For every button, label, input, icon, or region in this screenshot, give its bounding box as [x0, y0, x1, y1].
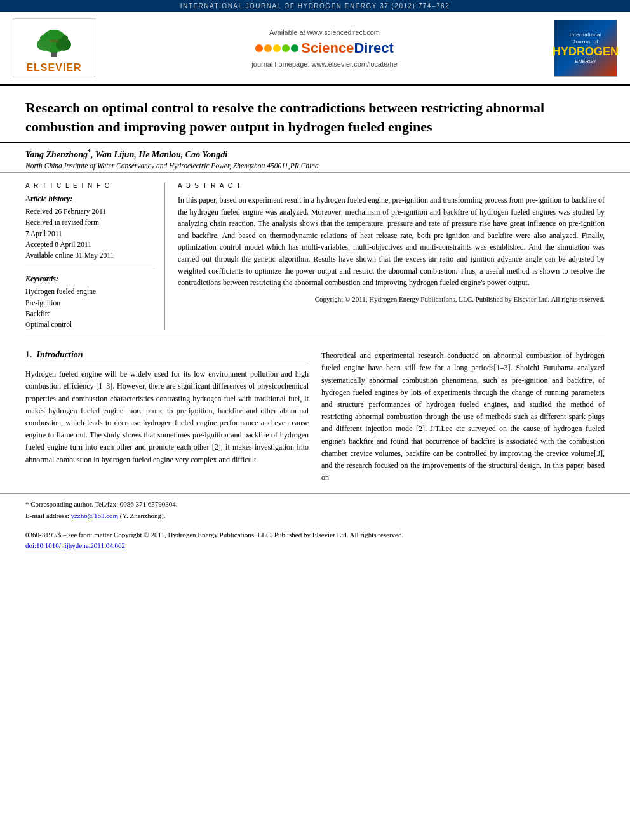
elsevier-logo: ELSEVIER [13, 18, 95, 77]
hydrogen-energy-logo: International Journal of HYDROGEN ENERGY [554, 20, 617, 77]
corresponding-label: * Corresponding author. Tel./fax: 0086 3… [25, 500, 177, 508]
main-right-column: Theoretical and experimental research co… [321, 350, 605, 484]
sd-dot-3 [273, 44, 281, 52]
issn-line: 0360-3199/$ – see front matter Copyright… [25, 530, 605, 541]
sd-dot-4 [282, 44, 290, 52]
sd-dot-2 [264, 44, 272, 52]
article-history-block: Article history: Received 26 February 20… [25, 194, 155, 261]
elsevier-tree-icon [25, 22, 83, 60]
footnote-section: * Corresponding author. Tel./fax: 0086 3… [0, 493, 630, 526]
sd-name-orange: Science [301, 40, 354, 56]
online-date: Available online 31 May 2011 [25, 250, 155, 261]
header-section: ELSEVIER Available at www.sciencedirect.… [0, 12, 630, 86]
right-logo-sub-text: ENERGY [575, 58, 596, 64]
revised-date: Received in revised form7 April 2011 [25, 217, 155, 239]
keyword-3: Backfire [25, 309, 155, 319]
authors-rest: , Wan Lijun, He Manlou, Cao Yongdi [91, 150, 227, 159]
article-info-abstract-section: A R T I C L E I N F O Article history: R… [0, 172, 630, 340]
journal-title-bar: INTERNATIONAL JOURNAL OF HYDROGEN ENERGY… [180, 3, 450, 10]
abstract-text: In this paper, based on experiment resul… [178, 194, 605, 289]
corresponding-author: * Corresponding author. Tel./fax: 0086 3… [25, 499, 605, 510]
right-logo-h-text: HYDROGEN [553, 45, 619, 58]
intro-right-body: Theoretical and experimental research co… [321, 350, 605, 484]
sciencedirect-logo: ScienceDirect [95, 40, 554, 57]
email-label: E-mail address: [25, 512, 69, 519]
abstract-column: A B S T R A C T In this paper, based on … [178, 182, 605, 330]
journal-homepage-text: journal homepage: www.elsevier.com/locat… [95, 60, 554, 68]
keyword-1: Hydrogen fueled engine [25, 286, 155, 297]
section-title: Introduction [37, 350, 83, 359]
keywords-block: Keywords: Hydrogen fueled engine Pre-ign… [25, 269, 155, 330]
svg-point-5 [40, 35, 46, 41]
svg-rect-4 [50, 40, 58, 42]
intro-left-body: Hydrogen fueled engine will be widely us… [25, 368, 309, 466]
accepted-date: Accepted 8 April 2011 [25, 239, 155, 250]
introduction-heading: 1. Introduction [25, 350, 309, 363]
history-label: Article history: [25, 194, 155, 204]
article-info-label: A R T I C L E I N F O [25, 182, 155, 189]
email-suffix: (Y. Zhenzhong). [120, 512, 166, 519]
sd-name-blue: Direct [354, 40, 393, 56]
svg-point-6 [62, 35, 68, 41]
email-line: E-mail address: yzzho@163.com (Y. Zhenzh… [25, 510, 605, 522]
abstract-label: A B S T R A C T [178, 182, 605, 189]
keywords-label: Keywords: [25, 274, 155, 284]
keyword-4: Optimal control [25, 319, 155, 330]
section-number: 1. [25, 350, 32, 359]
sd-dot-5 [291, 44, 298, 52]
article-info-column: A R T I C L E I N F O Article history: R… [25, 182, 165, 330]
article-title: Research on optimal control to resolve t… [25, 98, 605, 136]
copyright-text: Copyright © 2011, Hydrogen Energy Public… [178, 294, 605, 305]
keyword-2: Pre-ignition [25, 298, 155, 309]
authors-section: Yang Zhenzhong*, Wan Lijun, He Manlou, C… [0, 143, 630, 172]
article-title-section: Research on optimal control to resolve t… [0, 86, 630, 143]
footnote-bottom-section: 0360-3199/$ – see front matter Copyright… [0, 530, 630, 552]
email-address[interactable]: yzzho@163.com [70, 512, 118, 519]
main-left-column: 1. Introduction Hydrogen fueled engine w… [25, 350, 309, 484]
authors-text: Yang Zhenzhong [25, 150, 88, 159]
sciencedirect-name: ScienceDirect [301, 40, 394, 57]
available-text: Available at www.sciencedirect.com [95, 29, 554, 36]
center-header: Available at www.sciencedirect.com Scien… [95, 29, 554, 68]
main-content-section: 1. Introduction Hydrogen fueled engine w… [0, 340, 630, 493]
sd-dot-1 [255, 44, 263, 52]
received-date: Received 26 February 2011 [25, 206, 155, 217]
sd-dots-icon [255, 44, 298, 52]
journal-header-bar: INTERNATIONAL JOURNAL OF HYDROGEN ENERGY… [0, 0, 630, 12]
elsevier-text-label: ELSEVIER [26, 62, 81, 74]
affiliation: North China Institute of Water Conservan… [25, 162, 605, 170]
doi-text[interactable]: doi:10.1016/j.ijhydene.2011.04.062 [25, 542, 125, 549]
authors: Yang Zhenzhong*, Wan Lijun, He Manlou, C… [25, 148, 605, 160]
right-logo-title: International Journal of [570, 32, 602, 45]
doi-line: doi:10.1016/j.ijhydene.2011.04.062 [25, 540, 605, 552]
